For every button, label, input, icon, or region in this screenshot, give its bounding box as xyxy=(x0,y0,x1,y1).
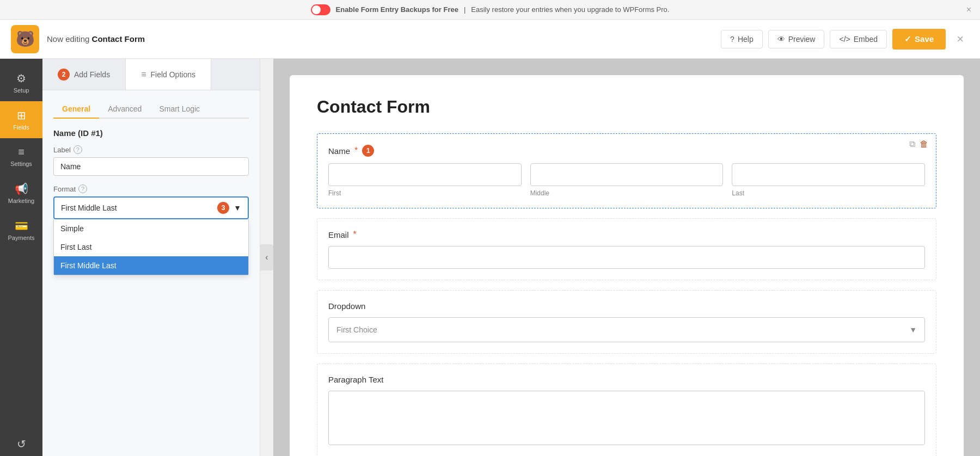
sub-tabs: General Advanced Smart Logic xyxy=(53,100,249,119)
sidebar-item-payments[interactable]: 💳 Payments xyxy=(0,212,42,249)
embed-button[interactable]: </> Embed xyxy=(830,30,887,48)
format-option-first-middle-last[interactable]: First Middle Last xyxy=(54,256,248,275)
email-required-star: * xyxy=(353,230,357,239)
preview-icon: 👁 xyxy=(777,35,785,44)
format-select-display[interactable]: First Middle Last 3 ▼ xyxy=(53,196,249,219)
format-field-label: Format ? xyxy=(53,184,249,193)
sub-tab-smart-logic[interactable]: Smart Logic xyxy=(150,100,209,119)
format-select-wrapper: First Middle Last 3 ▼ Simple First Last … xyxy=(53,196,249,219)
editing-text: Now editing Contact Form xyxy=(47,34,145,44)
left-panel: 2 Add Fields ≡ Field Options General Adv… xyxy=(42,59,260,456)
editing-prefix: Now editing xyxy=(47,34,89,44)
last-name-input[interactable] xyxy=(732,163,925,186)
format-group: Format ? First Middle Last 3 ▼ Simple Fi… xyxy=(53,184,249,219)
fields-label: Fields xyxy=(13,124,29,131)
format-dropdown: Simple First Last First Middle Last xyxy=(53,219,249,275)
field-options-tab[interactable]: ≡ Field Options xyxy=(126,59,211,90)
sub-tab-advanced[interactable]: Advanced xyxy=(99,100,150,119)
dropdown-field-label-row: Dropdown xyxy=(328,301,925,311)
format-option-simple[interactable]: Simple xyxy=(54,219,248,238)
middle-name-input[interactable] xyxy=(530,163,724,186)
notification-divider: | xyxy=(464,5,465,14)
format-chevron-icon: ▼ xyxy=(234,204,241,212)
first-name-input[interactable] xyxy=(328,163,522,186)
sidebar-item-marketing[interactable]: 📢 Marketing xyxy=(0,175,42,212)
format-help-icon[interactable]: ? xyxy=(78,184,87,193)
first-sub-label: First xyxy=(328,189,522,197)
add-fields-badge: 2 xyxy=(58,69,70,81)
fields-icon: ⊞ xyxy=(17,109,26,122)
sidebar-item-settings[interactable]: ≡ Settings xyxy=(0,138,42,175)
sidebar-item-setup[interactable]: ⚙ Setup xyxy=(0,64,42,101)
history-icon: ↺ xyxy=(17,437,26,451)
setup-label: Setup xyxy=(14,87,29,94)
paragraph-field-label-row: Paragraph Text xyxy=(328,375,925,384)
help-label: Help xyxy=(738,35,754,44)
sidebar-item-fields[interactable]: ⊞ Fields xyxy=(0,101,42,138)
embed-icon: </> xyxy=(839,35,850,44)
format-option-first-last[interactable]: First Last xyxy=(54,238,248,256)
settings-label: Settings xyxy=(10,161,32,167)
help-icon: ? xyxy=(730,35,734,44)
sidebar-item-history[interactable]: ↺ xyxy=(0,430,42,456)
last-name-wrap: Last xyxy=(732,163,925,197)
add-fields-tab[interactable]: 2 Add Fields xyxy=(42,59,126,90)
dropdown-select[interactable]: First Choice ▼ xyxy=(328,317,925,342)
main-header: 🐻 Now editing Contact Form ? Help 👁 Prev… xyxy=(0,20,980,59)
email-field-label-row: Email * xyxy=(328,230,925,239)
first-name-wrap: First xyxy=(328,163,522,197)
help-button[interactable]: ? Help xyxy=(721,30,763,48)
notification-bar: Enable Form Entry Backups for Free | Eas… xyxy=(0,0,980,20)
email-field-label: Email xyxy=(328,230,349,239)
embed-label: Embed xyxy=(854,35,878,44)
logo: 🐻 xyxy=(11,25,39,53)
email-input[interactable] xyxy=(328,246,925,269)
close-editor-button[interactable]: × xyxy=(951,30,969,48)
notification-title: Enable Form Entry Backups for Free xyxy=(336,5,458,14)
notification-sub: Easily restore your entries when you upg… xyxy=(471,5,669,14)
format-current-value: First Middle Last xyxy=(61,204,117,212)
label-input[interactable] xyxy=(53,157,249,176)
paragraph-field-section[interactable]: Paragraph Text xyxy=(317,363,936,456)
form-title: Contact Form xyxy=(317,97,936,117)
label-group: Label ? xyxy=(53,145,249,176)
name-field-label: Name xyxy=(328,146,350,156)
format-badge: 3 xyxy=(217,202,229,214)
marketing-icon: 📢 xyxy=(15,182,28,195)
field-options-label: Field Options xyxy=(151,70,195,79)
payments-icon: 💳 xyxy=(15,219,28,232)
delete-icon[interactable]: 🗑 xyxy=(920,139,928,149)
add-fields-label: Add Fields xyxy=(74,70,110,79)
save-label: Save xyxy=(915,34,934,44)
header-left: 🐻 Now editing Contact Form xyxy=(11,25,145,53)
name-field-section[interactable]: Name * 1 First Middle Last xyxy=(317,133,936,208)
form-card: Contact Form Name * 1 First Middle xyxy=(290,75,964,456)
label-help-icon[interactable]: ? xyxy=(74,145,82,154)
last-sub-label: Last xyxy=(732,189,925,197)
payments-label: Payments xyxy=(8,235,35,241)
save-button[interactable]: ✓ Save xyxy=(892,29,946,50)
form-name-header: Contact Form xyxy=(92,34,145,44)
sidebar: ⚙ Setup ⊞ Fields ≡ Settings 📢 Marketing … xyxy=(0,59,42,456)
collapse-panel-button[interactable]: ‹ xyxy=(260,244,273,270)
form-preview-area: Contact Form Name * 1 First Middle xyxy=(273,59,980,456)
header-right: ? Help 👁 Preview </> Embed ✓ Save × xyxy=(721,29,969,50)
field-id-label: Name (ID #1) xyxy=(53,128,249,138)
email-field-section[interactable]: Email * xyxy=(317,218,936,280)
setup-icon: ⚙ xyxy=(16,72,26,85)
settings-icon: ≡ xyxy=(18,146,24,158)
dropdown-field-section[interactable]: Dropdown First Choice ▼ xyxy=(317,290,936,354)
paragraph-textarea[interactable] xyxy=(328,391,925,445)
marketing-label: Marketing xyxy=(8,198,34,204)
notification-close[interactable]: × xyxy=(966,5,971,15)
copy-icon[interactable]: ⧉ xyxy=(909,139,915,149)
name-field-badge: 1 xyxy=(362,145,374,157)
preview-button[interactable]: 👁 Preview xyxy=(768,30,825,48)
sub-tab-general[interactable]: General xyxy=(53,100,99,119)
panel-tabs: 2 Add Fields ≡ Field Options xyxy=(42,59,260,90)
dropdown-field-label: Dropdown xyxy=(328,301,365,311)
middle-name-wrap: Middle xyxy=(530,163,724,197)
backup-toggle[interactable] xyxy=(311,4,330,15)
save-check-icon: ✓ xyxy=(904,34,911,44)
name-field-actions: ⧉ 🗑 xyxy=(909,139,928,149)
